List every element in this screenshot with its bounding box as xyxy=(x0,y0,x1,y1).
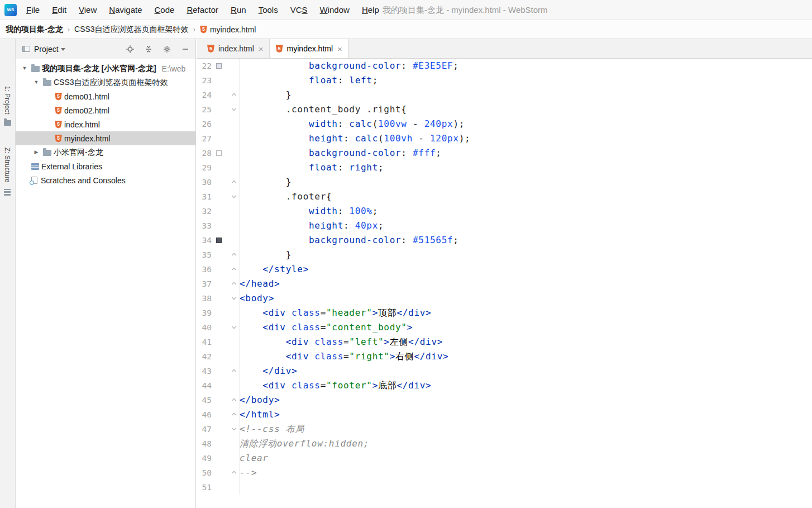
menu-refactor[interactable]: Refactor xyxy=(180,0,225,20)
code-line-27[interactable]: 27 height: calc(100vh - 120px); xyxy=(197,131,812,146)
hide-icon[interactable] xyxy=(181,45,190,54)
code-line-24[interactable]: 24 } xyxy=(197,88,812,102)
code-line-40[interactable]: 40 <div class="content_body"> xyxy=(197,320,812,335)
tree-item--[interactable]: ▼我的项目集-念龙 [小米官网-念龙]E:\web xyxy=(16,61,195,75)
breadcrumb-item[interactable]: CSS3自适应浏览器页面框架特效 xyxy=(74,25,189,35)
fold-marker-up-icon[interactable] xyxy=(232,369,236,374)
code-line-37[interactable]: 37</head> xyxy=(197,277,812,291)
tree-item--[interactable]: ▶小米官网-念龙 xyxy=(16,145,195,159)
code-line-36[interactable]: 36 </style> xyxy=(197,262,812,277)
code-text: clear xyxy=(240,451,269,466)
menu-vcs[interactable]: VCS xyxy=(284,0,314,20)
css-color-swatch[interactable] xyxy=(216,63,222,69)
tree-chevron-down-icon[interactable]: ▼ xyxy=(32,75,41,89)
editor-tab-myindex-html[interactable]: myindex.html× xyxy=(270,39,348,58)
code-line-42[interactable]: 42 <div class="right">右侧</div> xyxy=(197,349,812,364)
code-text: background-color: #E3E5EF; xyxy=(240,59,459,73)
code-line-31[interactable]: 31 .footer{ xyxy=(197,189,812,204)
menu-run[interactable]: Run xyxy=(225,0,252,20)
code-line-45[interactable]: 45</body> xyxy=(197,393,812,407)
settings-icon[interactable] xyxy=(163,45,171,54)
locate-icon[interactable] xyxy=(126,45,135,54)
project-view-selector[interactable]: Project xyxy=(34,45,59,54)
tree-item-myindex-html[interactable]: myindex.html xyxy=(16,131,195,145)
menu-file[interactable]: File xyxy=(20,0,46,20)
fold-marker-up-icon[interactable] xyxy=(232,93,236,98)
breadcrumb-item[interactable]: 我的项目集-念龙 xyxy=(6,25,63,35)
tree-item-css3-[interactable]: ▼CSS3自适应浏览器页面框架特效 xyxy=(16,75,195,89)
code-line-35[interactable]: 35 } xyxy=(197,248,812,262)
project-view-icon xyxy=(22,46,30,52)
menu-view[interactable]: View xyxy=(73,0,103,20)
code-line-30[interactable]: 30 } xyxy=(197,175,812,189)
menu-navigate[interactable]: Navigate xyxy=(103,0,148,20)
menu-window[interactable]: Window xyxy=(314,0,356,20)
fold-marker-up-icon[interactable] xyxy=(232,398,236,403)
tree-item-demo02-html[interactable]: demo02.html xyxy=(16,103,195,117)
menu-edit[interactable]: Edit xyxy=(46,0,73,20)
code-line-32[interactable]: 32 width: 100%; xyxy=(197,204,812,219)
fold-marker-up-icon[interactable] xyxy=(232,268,236,272)
code-editor[interactable]: 22 background-color: #E3E5EF;23 float: l… xyxy=(197,59,812,508)
fold-marker-up-icon[interactable] xyxy=(232,471,236,476)
code-line-28[interactable]: 28 background-color: #fff; xyxy=(197,146,812,160)
menu-tools[interactable]: Tools xyxy=(252,0,284,20)
breadcrumb-separator-icon: › xyxy=(68,25,70,34)
tree-item-demo01-html[interactable]: demo01.html xyxy=(16,89,195,103)
code-line-51[interactable]: 51 xyxy=(197,480,812,495)
fold-marker-up-icon[interactable] xyxy=(232,413,236,417)
tree-item-external-libraries[interactable]: External Libraries xyxy=(16,159,195,173)
code-line-47[interactable]: 47<!--css 布局 xyxy=(197,422,812,436)
code-line-44[interactable]: 44 <div class="footer">底部</div> xyxy=(197,378,812,393)
tree-item-label: demo02.html xyxy=(64,106,109,115)
code-text: } xyxy=(240,248,292,262)
gutter xyxy=(212,451,240,466)
code-line-23[interactable]: 23 float: left; xyxy=(197,73,812,88)
tree-item-label: CSS3自适应浏览器页面框架特效 xyxy=(54,78,168,88)
chevron-down-icon[interactable] xyxy=(61,48,65,51)
fold-marker-down-icon[interactable] xyxy=(232,193,236,198)
code-line-25[interactable]: 25 .content_body .right{ xyxy=(197,102,812,117)
editor-tab-index-html[interactable]: index.html× xyxy=(202,39,270,58)
breadcrumb-item[interactable]: myindex.html xyxy=(200,25,256,34)
line-number: 50 xyxy=(197,466,212,480)
fold-marker-down-icon[interactable] xyxy=(232,295,236,300)
code-line-41[interactable]: 41 <div class="left">左侧</div> xyxy=(197,335,812,349)
line-number: 34 xyxy=(197,233,212,248)
code-line-34[interactable]: 34 background-color: #51565f; xyxy=(197,233,812,248)
tool-window-button-z-structure[interactable]: Z: Structure xyxy=(0,143,15,187)
menu-help[interactable]: Help xyxy=(356,0,385,20)
code-line-48[interactable]: 48清除浮动overflow:hidden; xyxy=(197,436,812,451)
code-line-39[interactable]: 39 <div class="header">顶部</div> xyxy=(197,306,812,320)
gutter xyxy=(212,422,240,436)
fold-marker-down-icon[interactable] xyxy=(232,426,236,430)
tree-item-index-html[interactable]: index.html xyxy=(16,117,195,131)
code-line-26[interactable]: 26 width: calc(100vw - 240px); xyxy=(197,117,812,131)
tree-chevron-down-icon[interactable]: ▼ xyxy=(20,61,29,75)
tree-item-scratches-and-consoles[interactable]: Scratches and Consoles xyxy=(16,173,195,187)
code-line-50[interactable]: 50--> xyxy=(197,466,812,480)
code-line-29[interactable]: 29 float: right; xyxy=(197,160,812,175)
fold-marker-down-icon[interactable] xyxy=(232,106,236,111)
code-line-33[interactable]: 33 height: 40px; xyxy=(197,219,812,233)
code-line-49[interactable]: 49clear xyxy=(197,451,812,466)
fold-marker-up-icon[interactable] xyxy=(232,282,236,287)
tool-window-button-1-project[interactable]: 1: Project xyxy=(0,83,15,117)
menu-code[interactable]: Code xyxy=(149,0,181,20)
code-line-46[interactable]: 46</html> xyxy=(197,407,812,422)
tree-chevron-right-icon[interactable]: ▶ xyxy=(32,145,41,159)
gutter xyxy=(212,364,240,378)
editor-tab-bar: index.html×myindex.html× xyxy=(197,39,812,59)
close-icon[interactable]: × xyxy=(259,44,264,54)
code-line-43[interactable]: 43 </div> xyxy=(197,364,812,378)
code-line-38[interactable]: 38<body> xyxy=(197,291,812,306)
fold-marker-down-icon[interactable] xyxy=(232,324,236,329)
code-line-22[interactable]: 22 background-color: #E3E5EF; xyxy=(197,59,812,73)
collapse-all-icon[interactable] xyxy=(144,45,153,54)
fold-marker-up-icon[interactable] xyxy=(232,181,236,185)
html-file-icon xyxy=(276,45,283,53)
css-color-swatch[interactable] xyxy=(216,238,222,243)
close-icon[interactable]: × xyxy=(337,44,342,54)
fold-marker-up-icon[interactable] xyxy=(232,253,236,258)
css-color-swatch[interactable] xyxy=(216,150,222,156)
